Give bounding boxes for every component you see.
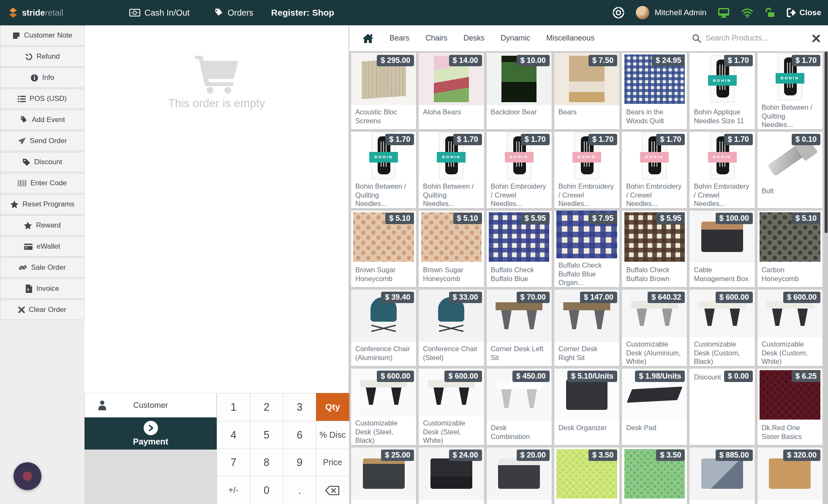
sidebar-button-add-event[interactable]: Add Event [0,110,84,130]
product-card-customizable-desk-aluminium-white[interactable]: $ 640.32Customizable Desk (Aluminium, Wh… [621,289,687,366]
product-card-backdoor-bear[interactable]: $ 10.00Backdoor Bear [486,52,552,130]
product-card-dk-red-one-sister-basics[interactable]: $ 6.25Dk.Red One Sister Basics [757,368,823,445]
sidebar-button-reset-programs[interactable]: Reset Programs [0,194,84,214]
product-card-bohin-between-quilting-needles[interactable]: $ 1.70BOHINBohin Between / Quilting Need… [757,52,823,130]
numpad-key-2[interactable]: 2 [250,393,283,421]
user-avatar[interactable] [635,5,650,20]
sidebar-button-enter-code[interactable]: Enter Code [0,173,84,193]
product-card-buffalo-check-buffalo-blue-organ[interactable]: $ 7.95Buffalo Check Buffalo Blue Organ..… [554,210,620,287]
unlock-status-icon[interactable] [765,7,776,18]
price-badge: $ 1.70 [385,134,414,145]
product-scrollbar-thumb[interactable] [825,51,828,233]
product-card-brown-sugar-honeycomb[interactable]: $ 5.10Brown Sugar Honeycomb [351,210,417,287]
category-tab-miscellaneous[interactable]: Miscellaneous [538,25,602,51]
product-card-customizable-desk-steel-white[interactable]: $ 600.00Customizable Desk (Steel, White) [418,368,484,445]
sidebar-button-customer-note[interactable]: Customer Note [0,25,84,46]
sidebar-button-refund[interactable]: Refund [0,46,84,67]
product-card-bears-in-the-woods-quilt[interactable]: $ 24.95Bears in the Woods Quilt [621,52,687,130]
price-badge: $ 1.70 [656,134,685,145]
cash-in-out-button[interactable]: Cash In/Out [117,0,202,25]
numpad-key-qty[interactable]: Qty [316,393,349,421]
numpad-key-price[interactable]: Price [316,449,349,477]
product-card-bohin-embroidery-crewel-needles[interactable]: $ 1.70BOHINBohin Embroidery / Crewel Nee… [621,131,687,209]
sidebar-button-pos-usd[interactable]: POS (USD) [0,89,84,109]
product-card-aloha-bears[interactable]: $ 14.00Aloha Bears [418,52,484,130]
numpad-key-+/-[interactable]: +/- [217,476,250,504]
numpad-key-.[interactable]: . [283,476,316,504]
product-card-bohin-embroidery-crewel-needles[interactable]: $ 1.70BOHINBohin Embroidery / Crewel Nee… [689,131,755,209]
sidebar-button-invoice[interactable]: AInvoice [0,279,84,299]
product-card[interactable]: $ 24.00 [418,447,484,504]
sidebar-button-discount[interactable]: Discount [0,152,84,172]
price-badge: $ 885.00 [716,450,753,461]
product-card-bohin-embroidery-crewel-needles[interactable]: $ 1.70BOHINBohin Embroidery / Crewel Nee… [486,131,552,209]
product-card[interactable]: $ 25.00 [351,447,417,504]
sidebar-button-info[interactable]: Info [0,68,84,88]
product-card-buffalo-check-buffalo-brown[interactable]: $ 5.95Buffalo Check Buffalo Brown [621,210,687,287]
product-card[interactable]: $ 320.00 [757,447,823,504]
product-card-bohin-between-quilting-needles[interactable]: $ 1.70BOHINBohin Between / Quilting Need… [418,131,484,209]
product-card-desk-pad[interactable]: $ 1.98/UnitsDesk Pad [621,368,687,445]
product-card-customizable-desk-custom-black[interactable]: $ 600.00Customizable Desk (Custom, Black… [689,289,755,366]
product-card-customizable-desk-custom-white[interactable]: $ 600.00Customizable Desk (Custom, White… [757,289,823,366]
product-card[interactable]: $ 20.00 [486,447,552,504]
product-card-conference-chair-steel[interactable]: $ 33.00Conference Chair (Steel) [418,289,484,366]
close-session-button[interactable]: Close [787,8,821,17]
user-menu[interactable]: Mitchell Admin [655,8,707,17]
sidebar-button-sale-order[interactable]: Sale Order [0,257,84,278]
numpad-key-9[interactable]: 9 [283,449,316,477]
product-card-bohin-between-quilting-needles[interactable]: $ 1.70BOHINBohin Between / Quilting Need… [351,131,417,209]
customer-display-icon[interactable] [717,7,730,18]
chat-fab-button[interactable] [14,462,41,490]
customer-button[interactable]: Customer [84,393,217,417]
category-tab-chairs[interactable]: Chairs [417,25,455,51]
product-card-conference-chair-aluminium[interactable]: $ 39.40Conference Chair (Aluminium) [351,289,417,366]
clear-search-icon[interactable] [812,34,820,43]
numpad-key-7[interactable]: 7 [217,449,250,477]
product-card-acoustic-bloc-screens[interactable]: $ 295.00Acoustic Bloc Screens [351,52,417,130]
product-card-corner-desk-left-sit[interactable]: $ 70.00Corner Desk Left Sit [486,289,552,366]
category-tab-desks[interactable]: Desks [455,25,493,51]
numpad-key-%-disc[interactable]: % Disc [316,421,349,449]
product-card-discount[interactable]: $ 0.00Discount [689,368,755,445]
product-card-buffalo-check-buffalo-blue[interactable]: $ 5.95Buffalo Check Buffalo Blue [486,210,552,287]
product-card[interactable]: $ 3.50 [621,447,687,504]
product-name: Bohin Between / Quilting Needles... [419,179,484,208]
numpad-key-4[interactable]: 4 [217,421,250,449]
wifi-status-icon[interactable] [741,8,754,18]
product-card-desk-organizer[interactable]: $ 5.10/UnitsDesk Organizer [554,368,620,445]
numpad-key-3[interactable]: 3 [283,393,316,421]
product-card-bohin-embroidery-crewel-needles[interactable]: $ 1.70BOHINBohin Embroidery / Crewel Nee… [554,131,620,209]
product-name: Bohin Applique Needles Size 11 [689,105,754,125]
price-badge: $ 0.10 [792,134,820,145]
sidebar-button-clear-order[interactable]: Clear Order [0,300,84,320]
product-card-cable-management-box[interactable]: $ 100.00Cable Management Box [689,210,755,287]
numpad-key-6[interactable]: 6 [283,421,316,449]
product-card-customizable-desk-steel-black[interactable]: $ 600.00Customizable Desk (Steel, Black) [351,368,417,445]
product-card-bohin-applique-needles-size-11[interactable]: $ 1.70BOHINBohin Applique Needles Size 1… [689,52,755,130]
sidebar-button-send-order[interactable]: Send Order [0,131,84,151]
sidebar-button-ewallet[interactable]: eWallet [0,236,84,257]
product-card-corner-desk-right-sit[interactable]: $ 147.00Corner Desk Right Sit [554,289,620,366]
sidebar-button-reward[interactable]: Reward [0,215,84,236]
numpad-key-1[interactable]: 1 [217,393,250,421]
product-card-desk-combination[interactable]: $ 450.00Desk Combination [486,368,552,445]
product-card-bolt[interactable]: $ 0.10Bolt [757,131,823,209]
product-card[interactable]: $ 885.00 [689,447,755,504]
orders-button[interactable]: Orders [202,0,265,25]
search-input[interactable] [705,34,803,43]
product-card-carbon-honeycomb[interactable]: $ 5.10Carbon Honeycomb [757,210,823,287]
numpad-key-8[interactable]: 8 [250,449,283,477]
product-card[interactable]: $ 3.50 [554,447,620,504]
numpad-key-backspace[interactable] [316,476,349,504]
category-tab-dynamic[interactable]: Dynamic [493,25,538,51]
lifebuoy-icon[interactable] [613,7,624,19]
product-card-bears[interactable]: $ 7.50Bears [554,52,620,130]
payment-button[interactable]: Payment [84,417,217,450]
product-card-brown-sugar-honeycomb[interactable]: $ 5.10Brown Sugar Honeycomb [418,210,484,287]
sidebar-button-label: Discount [34,158,62,166]
category-tab-bears[interactable]: Bears [381,25,417,51]
numpad-key-0[interactable]: 0 [250,476,283,504]
home-category-button[interactable] [362,33,374,44]
numpad-key-5[interactable]: 5 [250,421,283,449]
